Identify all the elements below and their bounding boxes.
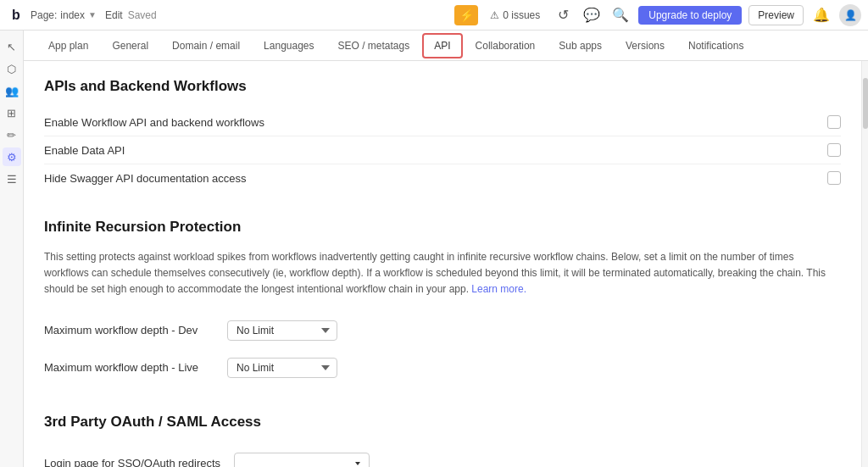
tab-general[interactable]: General — [101, 34, 159, 58]
page-name: index — [60, 9, 85, 21]
setting-row-data-api: Enable Data API — [44, 136, 841, 164]
tab-bar: App plan General Domain / email Language… — [24, 31, 868, 61]
chevron-down-icon[interactable]: ▼ — [88, 10, 97, 19]
setting-row-workflow-api: Enable Workflow API and backend workflow… — [44, 108, 841, 136]
sidebar-shapes-icon[interactable]: ⬡ — [3, 59, 21, 78]
tab-app-plan[interactable]: App plan — [37, 34, 99, 58]
page-text: Page: — [31, 9, 57, 21]
main-content: App plan General Domain / email Language… — [24, 31, 868, 467]
user-avatar[interactable]: 👤 — [839, 4, 861, 26]
tab-notifications[interactable]: Notifications — [677, 34, 754, 58]
tab-versions[interactable]: Versions — [615, 34, 676, 58]
warning-icon: ⚠ — [490, 9, 499, 21]
swagger-checkbox[interactable] — [827, 171, 841, 185]
upgrade-button[interactable]: Upgrade to deploy — [638, 6, 742, 25]
learn-more-link[interactable]: Learn more. — [471, 283, 526, 295]
workflow-depth-live-label: Maximum workflow depth - Live — [44, 361, 214, 374]
workflow-depth-live-select[interactable]: No Limit 10 25 50 100 — [227, 358, 337, 378]
sidebar-pencil-icon[interactable]: ✏ — [3, 125, 21, 144]
preview-button[interactable]: Preview — [748, 5, 804, 25]
apis-backend-title: APIs and Backend Workflows — [44, 78, 841, 95]
data-api-label: Enable Data API — [44, 144, 817, 157]
sidebar-users-icon[interactable]: 👥 — [3, 81, 21, 100]
page-label: Page: index ▼ — [31, 9, 97, 21]
tab-domain-email[interactable]: Domain / email — [161, 34, 251, 58]
workflow-depth-dev-select[interactable]: No Limit 10 25 50 100 — [227, 320, 337, 341]
scrollbar-track[interactable] — [861, 61, 868, 467]
workflow-depth-dev-label: Maximum workflow depth - Dev — [44, 324, 214, 336]
tab-languages[interactable]: Languages — [253, 34, 325, 58]
sidebar-document-icon[interactable]: ☰ — [3, 170, 21, 188]
workflow-api-checkbox[interactable] — [827, 115, 841, 129]
data-api-checkbox[interactable] — [827, 143, 841, 157]
page-content: APIs and Backend Workflows Enable Workfl… — [24, 61, 861, 467]
sidebar-layers-icon[interactable]: ⊞ — [3, 103, 21, 122]
infinite-recursion-description: This setting protects against workload s… — [44, 249, 841, 298]
infinite-recursion-section: Infinite Recursion Protection This setti… — [44, 219, 841, 386]
notification-button[interactable]: 🔔 — [810, 4, 832, 26]
edit-label: Edit — [105, 9, 123, 21]
tab-api[interactable]: API — [422, 33, 462, 58]
oauth-saml-title: 3rd Party OAuth / SAML Access — [44, 414, 841, 431]
top-bar: b Page: index ▼ Edit Saved ⚡ ⚠ 0 issues … — [0, 0, 868, 31]
login-redirect-label: Login page for SSO/OAuth redirects — [44, 457, 220, 467]
search-button[interactable]: 🔍 — [609, 4, 632, 26]
logo: b — [7, 6, 25, 25]
workflow-api-label: Enable Workflow API and backend workflow… — [44, 116, 817, 129]
sidebar-cursor-icon[interactable]: ↖ — [3, 37, 21, 56]
login-redirect-row: Login page for SSO/OAuth redirects — [44, 444, 841, 467]
apis-backend-section: APIs and Backend Workflows Enable Workfl… — [44, 78, 841, 192]
workflow-depth-live-row: Maximum workflow depth - Live No Limit 1… — [44, 349, 841, 386]
tab-sub-apps[interactable]: Sub apps — [548, 34, 613, 58]
setting-row-swagger: Hide Swagger API documentation access — [44, 164, 841, 192]
sidebar-settings-icon[interactable]: ⚙ — [3, 147, 21, 166]
swagger-label: Hide Swagger API documentation access — [44, 172, 817, 185]
tab-seo-metatags[interactable]: SEO / metatags — [327, 34, 421, 58]
comment-button[interactable]: 💬 — [581, 4, 603, 26]
saved-label: Saved — [128, 9, 157, 21]
left-sidebar: ↖ ⬡ 👥 ⊞ ✏ ⚙ ☰ — [0, 31, 24, 467]
refresh-button[interactable]: ↺ — [552, 4, 574, 26]
issues-button[interactable]: ⚠ 0 issues — [485, 8, 545, 23]
issues-count: 0 issues — [503, 9, 540, 21]
tab-collaboration[interactable]: Collaboration — [465, 34, 547, 58]
infinite-recursion-title: Infinite Recursion Protection — [44, 219, 841, 236]
bolt-button[interactable]: ⚡ — [454, 5, 478, 25]
layout: ↖ ⬡ 👥 ⊞ ✏ ⚙ ☰ App plan General Domain / … — [0, 31, 868, 467]
scrollbar-thumb[interactable] — [863, 78, 868, 129]
top-bar-right: ⚡ ⚠ 0 issues ↺ 💬 🔍 Upgrade to deploy Pre… — [454, 4, 861, 26]
workflow-depth-dev-row: Maximum workflow depth - Dev No Limit 10… — [44, 312, 841, 349]
login-redirect-select[interactable] — [234, 453, 370, 467]
oauth-saml-section: 3rd Party OAuth / SAML Access Login page… — [44, 414, 841, 467]
